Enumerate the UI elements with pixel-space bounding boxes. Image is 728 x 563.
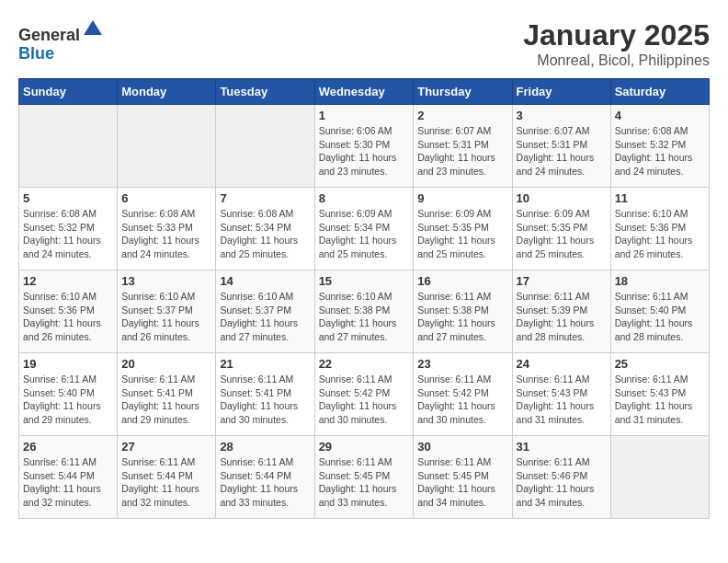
day-cell	[118, 105, 216, 188]
day-info: Sunrise: 6:08 AM Sunset: 5:32 PM Dayligh…	[23, 207, 113, 261]
day-cell: 31Sunrise: 6:11 AM Sunset: 5:46 PM Dayli…	[512, 436, 610, 519]
day-cell: 14Sunrise: 6:10 AM Sunset: 5:37 PM Dayli…	[216, 270, 314, 353]
day-cell: 28Sunrise: 6:11 AM Sunset: 5:44 PM Dayli…	[216, 436, 314, 519]
day-number: 27	[121, 440, 211, 454]
day-info: Sunrise: 6:11 AM Sunset: 5:44 PM Dayligh…	[220, 455, 310, 510]
day-number: 18	[615, 274, 705, 288]
day-info: Sunrise: 6:11 AM Sunset: 5:46 PM Dayligh…	[517, 455, 607, 510]
day-number: 14	[220, 274, 310, 288]
day-cell: 24Sunrise: 6:11 AM Sunset: 5:43 PM Dayli…	[512, 353, 610, 436]
day-info: Sunrise: 6:11 AM Sunset: 5:42 PM Dayligh…	[319, 373, 410, 427]
day-cell: 29Sunrise: 6:11 AM Sunset: 5:45 PM Dayli…	[314, 436, 414, 519]
logo-general: General	[18, 26, 80, 44]
header-cell-thursday: Thursday	[414, 79, 512, 105]
day-info: Sunrise: 6:08 AM Sunset: 5:32 PM Dayligh…	[615, 124, 705, 178]
day-cell: 22Sunrise: 6:11 AM Sunset: 5:42 PM Dayli…	[314, 353, 414, 436]
day-info: Sunrise: 6:11 AM Sunset: 5:39 PM Dayligh…	[517, 290, 607, 344]
day-cell: 25Sunrise: 6:11 AM Sunset: 5:43 PM Dayli…	[610, 353, 709, 436]
day-number: 8	[319, 191, 410, 205]
day-info: Sunrise: 6:11 AM Sunset: 5:45 PM Dayligh…	[319, 455, 410, 510]
day-info: Sunrise: 6:10 AM Sunset: 5:38 PM Dayligh…	[319, 290, 410, 344]
day-number: 4	[615, 109, 705, 122]
day-cell: 13Sunrise: 6:10 AM Sunset: 5:37 PM Dayli…	[118, 270, 216, 353]
day-number: 16	[417, 274, 507, 288]
header-cell-monday: Monday	[118, 79, 216, 105]
calendar-title: January 2025	[523, 18, 710, 52]
day-cell: 15Sunrise: 6:10 AM Sunset: 5:38 PM Dayli…	[314, 270, 414, 353]
day-cell: 8Sunrise: 6:09 AM Sunset: 5:34 PM Daylig…	[314, 188, 414, 270]
day-cell: 5Sunrise: 6:08 AM Sunset: 5:32 PM Daylig…	[19, 188, 118, 270]
day-number: 30	[417, 440, 507, 454]
day-cell: 3Sunrise: 6:07 AM Sunset: 5:31 PM Daylig…	[512, 105, 610, 188]
day-number: 11	[615, 191, 705, 205]
week-row-2: 5Sunrise: 6:08 AM Sunset: 5:32 PM Daylig…	[19, 188, 710, 270]
day-number: 7	[220, 191, 310, 205]
day-info: Sunrise: 6:10 AM Sunset: 5:36 PM Dayligh…	[615, 207, 705, 261]
day-info: Sunrise: 6:07 AM Sunset: 5:31 PM Dayligh…	[417, 124, 507, 178]
day-info: Sunrise: 6:11 AM Sunset: 5:44 PM Dayligh…	[121, 455, 211, 510]
day-cell: 7Sunrise: 6:08 AM Sunset: 5:34 PM Daylig…	[216, 188, 314, 270]
week-row-5: 26Sunrise: 6:11 AM Sunset: 5:44 PM Dayli…	[19, 436, 710, 519]
day-number: 5	[23, 191, 113, 205]
day-number: 21	[220, 357, 310, 371]
logo-blue: Blue	[18, 44, 54, 63]
day-info: Sunrise: 6:09 AM Sunset: 5:34 PM Dayligh…	[319, 207, 410, 261]
calendar-subtitle: Monreal, Bicol, Philippines	[523, 52, 710, 69]
day-info: Sunrise: 6:11 AM Sunset: 5:44 PM Dayligh…	[23, 455, 113, 510]
day-number: 6	[121, 191, 211, 205]
header-cell-sunday: Sunday	[19, 79, 118, 105]
day-number: 3	[517, 109, 607, 122]
day-number: 23	[417, 357, 507, 371]
day-number: 13	[121, 274, 211, 288]
day-cell: 19Sunrise: 6:11 AM Sunset: 5:40 PM Dayli…	[19, 353, 118, 436]
day-cell	[216, 105, 314, 188]
day-info: Sunrise: 6:07 AM Sunset: 5:31 PM Dayligh…	[517, 124, 607, 178]
day-number: 9	[417, 191, 507, 205]
day-cell: 23Sunrise: 6:11 AM Sunset: 5:42 PM Dayli…	[414, 353, 512, 436]
day-info: Sunrise: 6:11 AM Sunset: 5:45 PM Dayligh…	[417, 455, 507, 510]
svg-marker-0	[84, 20, 102, 35]
day-cell: 1Sunrise: 6:06 AM Sunset: 5:30 PM Daylig…	[314, 105, 414, 188]
day-info: Sunrise: 6:11 AM Sunset: 5:43 PM Dayligh…	[615, 373, 705, 427]
day-cell: 12Sunrise: 6:10 AM Sunset: 5:36 PM Dayli…	[19, 270, 118, 353]
header-row: SundayMondayTuesdayWednesdayThursdayFrid…	[19, 79, 710, 105]
day-number: 26	[23, 440, 113, 454]
header-cell-tuesday: Tuesday	[216, 79, 314, 105]
day-cell: 10Sunrise: 6:09 AM Sunset: 5:35 PM Dayli…	[512, 188, 610, 270]
day-number: 20	[121, 357, 211, 371]
title-block: January 2025 Monreal, Bicol, Philippines	[523, 18, 710, 69]
day-number: 28	[220, 440, 310, 454]
day-info: Sunrise: 6:08 AM Sunset: 5:34 PM Dayligh…	[220, 207, 310, 261]
day-number: 2	[417, 109, 507, 122]
day-cell: 18Sunrise: 6:11 AM Sunset: 5:40 PM Dayli…	[610, 270, 709, 353]
week-row-4: 19Sunrise: 6:11 AM Sunset: 5:40 PM Dayli…	[19, 353, 710, 436]
day-cell: 2Sunrise: 6:07 AM Sunset: 5:31 PM Daylig…	[414, 105, 512, 188]
day-cell: 30Sunrise: 6:11 AM Sunset: 5:45 PM Dayli…	[414, 436, 512, 519]
page-header: General Blue January 2025 Monreal, Bicol…	[18, 18, 710, 69]
day-number: 29	[319, 440, 410, 454]
day-cell: 27Sunrise: 6:11 AM Sunset: 5:44 PM Dayli…	[118, 436, 216, 519]
day-cell	[610, 436, 709, 519]
day-info: Sunrise: 6:11 AM Sunset: 5:38 PM Dayligh…	[417, 290, 507, 344]
day-info: Sunrise: 6:09 AM Sunset: 5:35 PM Dayligh…	[517, 207, 607, 261]
header-cell-wednesday: Wednesday	[314, 79, 414, 105]
day-cell: 16Sunrise: 6:11 AM Sunset: 5:38 PM Dayli…	[414, 270, 512, 353]
week-row-3: 12Sunrise: 6:10 AM Sunset: 5:36 PM Dayli…	[19, 270, 710, 353]
day-cell: 17Sunrise: 6:11 AM Sunset: 5:39 PM Dayli…	[512, 270, 610, 353]
day-info: Sunrise: 6:11 AM Sunset: 5:43 PM Dayligh…	[517, 373, 607, 427]
day-info: Sunrise: 6:11 AM Sunset: 5:40 PM Dayligh…	[615, 290, 705, 344]
day-info: Sunrise: 6:10 AM Sunset: 5:37 PM Dayligh…	[121, 290, 211, 344]
header-cell-friday: Friday	[512, 79, 610, 105]
day-info: Sunrise: 6:11 AM Sunset: 5:40 PM Dayligh…	[23, 373, 113, 427]
day-cell: 6Sunrise: 6:08 AM Sunset: 5:33 PM Daylig…	[118, 188, 216, 270]
week-row-1: 1Sunrise: 6:06 AM Sunset: 5:30 PM Daylig…	[19, 105, 710, 188]
day-info: Sunrise: 6:11 AM Sunset: 5:41 PM Dayligh…	[121, 373, 211, 427]
day-number: 15	[319, 274, 410, 288]
day-number: 10	[517, 191, 607, 205]
day-info: Sunrise: 6:11 AM Sunset: 5:42 PM Dayligh…	[417, 373, 507, 427]
day-cell: 21Sunrise: 6:11 AM Sunset: 5:41 PM Dayli…	[216, 353, 314, 436]
logo: General Blue	[18, 18, 104, 63]
day-info: Sunrise: 6:10 AM Sunset: 5:37 PM Dayligh…	[220, 290, 310, 344]
day-number: 22	[319, 357, 410, 371]
calendar-table: SundayMondayTuesdayWednesdayThursdayFrid…	[18, 78, 710, 519]
